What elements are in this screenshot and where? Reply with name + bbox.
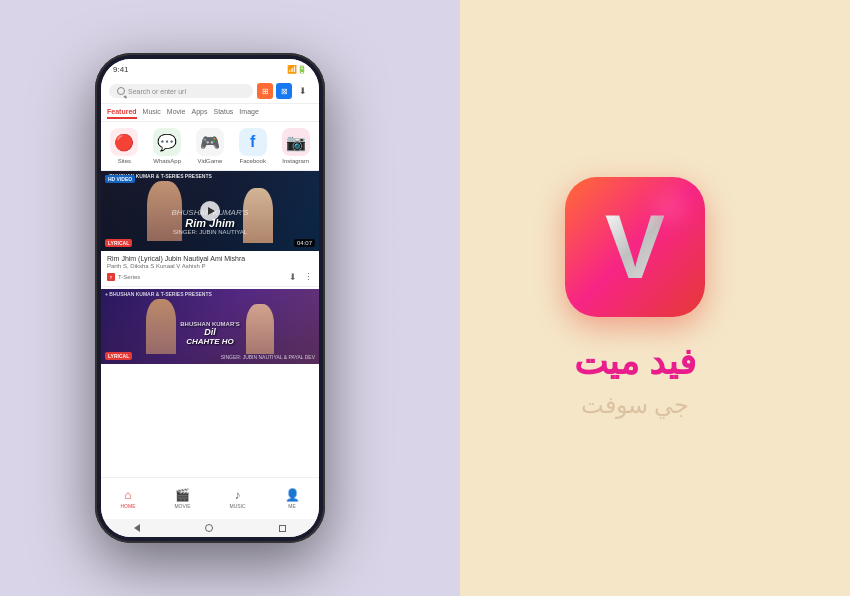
- right-section: V فيد ميت جي سوفت: [420, 0, 850, 596]
- video-card-2[interactable]: + BHUSHAN KUMAR & T-SERIES PRESENTS BHUS…: [101, 289, 319, 364]
- bottom-nav: ⌂ HOME 🎬 MOVIE ♪ MUSIC 👤 ME: [101, 477, 319, 519]
- v-letter: V: [605, 202, 665, 292]
- nav-movie[interactable]: 🎬 MOVIE: [174, 488, 190, 509]
- video-thumbnail-1: + BHUSHAN KUMAR & T-SERIES PRESENTS BHUS…: [101, 171, 319, 251]
- tab-image[interactable]: Image: [239, 108, 258, 119]
- search-placeholder: Search or enter url: [128, 88, 186, 95]
- browser-icon-1[interactable]: ⊞: [257, 83, 273, 99]
- video-title-1: Rim Jhim (Lyrical) Jubin Nautiyal Ami Mi…: [107, 255, 313, 262]
- nav-tabs: Featured Music Movie Apps Status Image: [101, 104, 319, 122]
- phone-screen: 9:41 📶🔋 Search or enter url ⊞ ⊠: [101, 59, 319, 537]
- app-container: 9:41 📶🔋 Search or enter url ⊞ ⊠: [0, 0, 850, 596]
- browser-bar: Search or enter url ⊞ ⊠ ⬇: [101, 79, 319, 104]
- quicklink-sites[interactable]: 🔴 Sites: [110, 128, 138, 164]
- back-button[interactable]: [134, 524, 140, 532]
- dil-chahte-title: BHUSHAN KUMAR'S Dil CHAHTE HO: [180, 321, 239, 346]
- arabic-subtitle: جي سوفت: [581, 391, 690, 419]
- tab-status[interactable]: Status: [214, 108, 234, 119]
- quicklink-vidgame[interactable]: 🎮 VidGame: [196, 128, 224, 164]
- quicklink-instagram[interactable]: 📷 Instagram: [282, 128, 310, 164]
- nav-home[interactable]: ⌂ HOME: [120, 488, 135, 509]
- tab-featured[interactable]: Featured: [107, 108, 137, 119]
- search-icon: [117, 87, 125, 95]
- search-bar[interactable]: Search or enter url: [109, 84, 253, 98]
- recents-button[interactable]: [279, 525, 286, 532]
- tab-movie[interactable]: Movie: [167, 108, 186, 119]
- android-nav: [101, 519, 319, 537]
- video-channel-row-1: T T-Series ⬇ ⋮: [107, 272, 313, 282]
- download-button-1[interactable]: ⬇: [289, 272, 297, 282]
- video-thumbnail-2: + BHUSHAN KUMAR & T-SERIES PRESENTS BHUS…: [101, 289, 319, 364]
- play-button-1[interactable]: [200, 201, 220, 221]
- status-bar: 9:41 📶🔋: [101, 59, 319, 79]
- more-options-1[interactable]: ⋮: [304, 272, 313, 282]
- lyrical-badge-2: LYRICAL: [105, 352, 132, 360]
- video-subtitle-1: Parth S, Diksha S Kunaal V Ashish P: [107, 263, 313, 269]
- video-list: + BHUSHAN KUMAR & T-SERIES PRESENTS BHUS…: [101, 171, 319, 477]
- video-meta-1: Rim Jhim (Lyrical) Jubin Nautiyal Ami Mi…: [101, 251, 319, 287]
- video-card-1[interactable]: + BHUSHAN KUMAR & T-SERIES PRESENTS BHUS…: [101, 171, 319, 287]
- left-section: 9:41 📶🔋 Search or enter url ⊞ ⊠: [0, 0, 420, 596]
- download-icon[interactable]: ⬇: [295, 83, 311, 99]
- tab-apps[interactable]: Apps: [192, 108, 208, 119]
- browser-icons: ⊞ ⊠ ⬇: [257, 83, 311, 99]
- quick-links-bar: 🔴 Sites 💬 WhatsApp 🎮 Vid: [101, 122, 319, 171]
- vidmate-logo: V: [565, 177, 705, 317]
- nav-me[interactable]: 👤 ME: [285, 488, 300, 509]
- browser-icon-2[interactable]: ⊠: [276, 83, 292, 99]
- arabic-title: فيد ميت: [574, 341, 696, 383]
- home-button[interactable]: [205, 524, 213, 532]
- channel-icon-1: T: [107, 273, 115, 281]
- t-series-promo-badge-2: + BHUSHAN KUMAR & T-SERIES PRESENTS: [105, 291, 212, 297]
- nav-music[interactable]: ♪ MUSIC: [229, 488, 245, 509]
- phone-mockup: 9:41 📶🔋 Search or enter url ⊞ ⊠: [95, 53, 325, 543]
- quicklink-facebook[interactable]: f Facebook: [239, 128, 267, 164]
- quicklink-whatsapp[interactable]: 💬 WhatsApp: [153, 128, 181, 164]
- section-divider: [380, 0, 460, 596]
- channel-name-1: T-Series: [118, 274, 140, 280]
- tab-music[interactable]: Music: [143, 108, 161, 119]
- singer-credit-2: SINGER: JUBIN NAUTIYAL & PAYAL DEV: [221, 354, 315, 360]
